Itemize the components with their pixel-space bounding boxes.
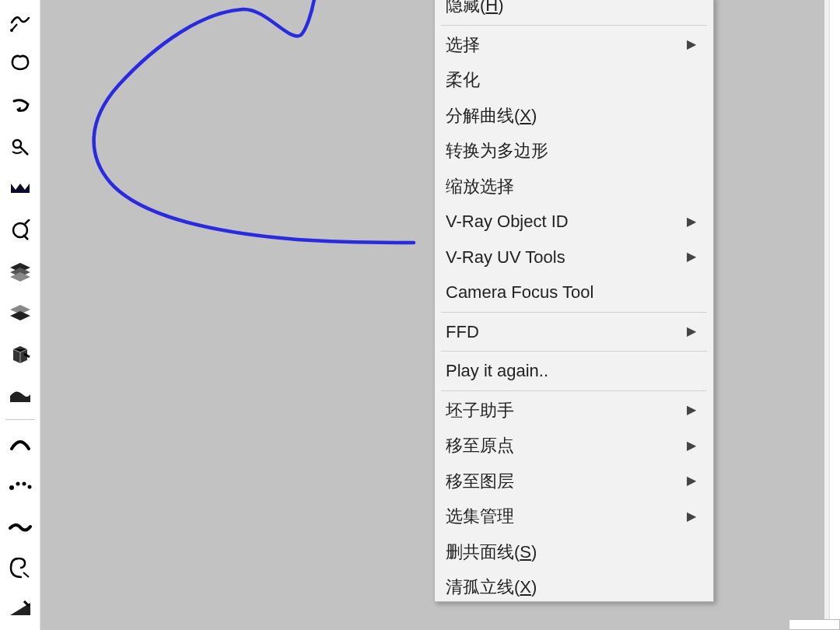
tool-grade[interactable] xyxy=(3,589,37,630)
freehand-icon xyxy=(9,12,31,33)
menu-item-explode-curve[interactable]: 分解曲线(X) xyxy=(436,98,712,134)
sphere-edit-icon xyxy=(9,219,31,241)
menu-item-vray-object-id[interactable]: V-Ray Object ID ▶ xyxy=(436,204,712,240)
tool-sculpt[interactable] xyxy=(3,506,37,547)
dots-path-icon xyxy=(9,478,32,492)
menu-item-delete-coplanar[interactable]: 删共面线(S) xyxy=(436,534,712,570)
menu-item-label: V-Ray UV Tools xyxy=(446,247,565,268)
look-around-icon xyxy=(9,136,31,158)
layers-multi-icon xyxy=(9,261,32,282)
submenu-arrow-icon: ▶ xyxy=(687,37,696,52)
svg-point-4 xyxy=(16,482,19,486)
tool-dots-path[interactable] xyxy=(3,464,37,505)
menu-item-label: 坯子助手 xyxy=(446,400,514,422)
tool-layers-multi[interactable] xyxy=(3,250,37,292)
menu-separator xyxy=(441,390,707,391)
tool-drape[interactable] xyxy=(3,376,37,417)
grade-icon xyxy=(9,600,32,618)
menu-item-label: 缩放选择 xyxy=(446,176,514,198)
svg-point-5 xyxy=(22,482,26,486)
right-panel-edge xyxy=(829,0,840,630)
tool-push-pull[interactable] xyxy=(3,43,37,84)
status-bar xyxy=(789,619,840,630)
menu-item-label: 选择 xyxy=(446,34,480,56)
menu-item-camera-focus[interactable]: Camera Focus Tool xyxy=(436,275,712,310)
tool-freehand[interactable] xyxy=(3,2,37,43)
menu-item-label: 分解曲线(X) xyxy=(446,105,537,127)
menu-item-label: 选集管理 xyxy=(446,506,514,527)
svg-point-2 xyxy=(13,223,27,237)
orbit-icon xyxy=(9,95,31,117)
menu-item-move-layer[interactable]: 移至图层 ▶ xyxy=(436,464,712,499)
tool-orbit[interactable] xyxy=(3,85,37,126)
tool-look-around[interactable] xyxy=(3,126,37,167)
menu-item-label: 隐藏(H) xyxy=(446,0,504,16)
menu-item-selection-manage[interactable]: 选集管理 ▶ xyxy=(436,499,712,534)
menu-item-ffd[interactable]: FFD ▶ xyxy=(436,314,712,350)
selected-curve[interactable] xyxy=(40,0,445,264)
menu-item-play-again[interactable]: Play it again.. xyxy=(436,353,712,389)
svg-point-1 xyxy=(13,140,21,148)
push-pull-icon xyxy=(9,52,32,75)
menu-item-label: 删共面线(S) xyxy=(446,541,537,563)
menu-item-clear-isolated[interactable]: 清孤立线(X) xyxy=(436,569,712,600)
drape-icon xyxy=(9,387,32,405)
tool-arc[interactable] xyxy=(3,422,37,464)
menu-item-label: FFD xyxy=(446,321,479,343)
menu-item-hide[interactable]: 隐藏(H) xyxy=(436,0,712,23)
context-menu: 隐藏(H) 选择 ▶ 柔化 分解曲线(X) 转换为多边形 缩放选择 V-Ray … xyxy=(434,0,714,602)
svg-point-3 xyxy=(9,485,14,490)
menu-item-convert-polygon[interactable]: 转换为多边形 xyxy=(436,133,712,169)
layers-single-icon xyxy=(9,303,32,324)
arc-icon xyxy=(9,435,32,452)
menu-item-label: V-Ray Object ID xyxy=(446,211,569,233)
submenu-arrow-icon: ▶ xyxy=(687,249,696,264)
menu-item-move-origin[interactable]: 移至原点 ▶ xyxy=(436,428,712,464)
submenu-arrow-icon: ▶ xyxy=(687,473,696,488)
menu-separator xyxy=(441,351,707,352)
menu-item-label: Play it again.. xyxy=(446,360,548,382)
submenu-arrow-icon: ▶ xyxy=(687,214,696,229)
svg-point-6 xyxy=(27,485,31,489)
menu-item-pizi-helper[interactable]: 坯子助手 ▶ xyxy=(436,393,712,429)
component-icon xyxy=(10,343,30,366)
menu-item-label: 柔化 xyxy=(446,69,480,91)
menu-item-zoom-selection[interactable]: 缩放选择 xyxy=(436,169,712,205)
app-root xyxy=(0,0,840,630)
toolbar-separator xyxy=(5,419,35,420)
menu-item-label: 转换为多边形 xyxy=(446,140,548,162)
submenu-arrow-icon: ▶ xyxy=(687,402,696,418)
tool-spiral[interactable] xyxy=(3,547,37,588)
menu-separator xyxy=(441,25,707,26)
tool-sphere-edit[interactable] xyxy=(3,209,37,250)
svg-point-0 xyxy=(10,29,13,32)
menu-item-label: Camera Focus Tool xyxy=(446,282,593,303)
menu-item-soften[interactable]: 柔化 xyxy=(436,62,712,98)
submenu-arrow-icon: ▶ xyxy=(687,324,696,339)
submenu-arrow-icon: ▶ xyxy=(687,438,696,453)
menu-item-vray-uv-tools[interactable]: V-Ray UV Tools ▶ xyxy=(436,240,712,275)
menu-item-label: 移至原点 xyxy=(446,435,514,457)
menu-item-label: 移至图层 xyxy=(446,471,514,492)
tool-layers-single[interactable] xyxy=(3,292,37,334)
submenu-arrow-icon: ▶ xyxy=(687,509,696,524)
spiral-icon xyxy=(9,557,31,579)
tool-terrain[interactable] xyxy=(3,168,37,209)
terrain-icon xyxy=(9,180,31,196)
menu-item-label: 清孤立线(X) xyxy=(446,576,537,598)
left-toolbar xyxy=(0,0,40,630)
menu-item-select[interactable]: 选择 ▶ xyxy=(436,27,712,63)
menu-separator xyxy=(441,312,707,313)
sculpt-icon xyxy=(9,520,32,533)
tool-component[interactable] xyxy=(3,334,37,375)
